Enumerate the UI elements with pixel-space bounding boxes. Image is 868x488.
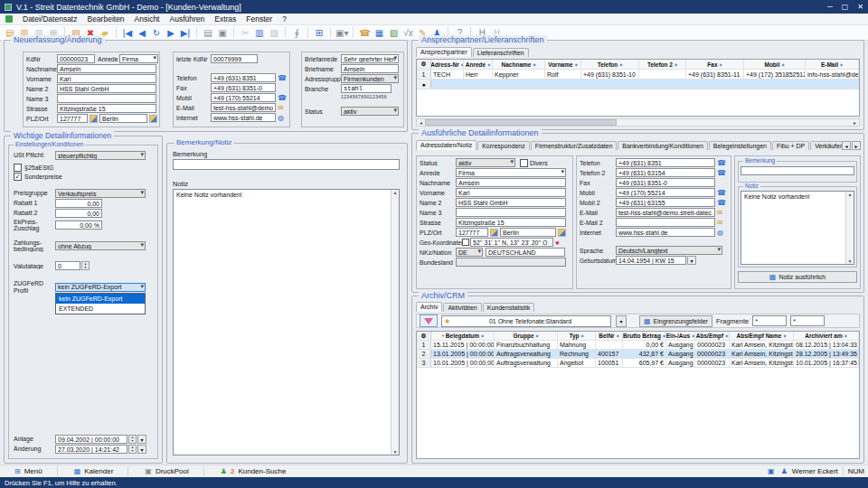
copy-icon[interactable]: ▥ — [253, 27, 266, 39]
col-anrede[interactable]: Anrede — [464, 60, 493, 69]
notiz-textarea[interactable]: Keine Notiz vorhanden! — [173, 189, 400, 455]
geo-checkbox[interactable] — [462, 239, 469, 246]
det-bemerkung-input[interactable] — [741, 166, 854, 175]
tab-bankverbindung[interactable]: Bankverbindung/Konditionen — [618, 141, 708, 150]
cut-icon[interactable]: ✂ — [239, 27, 251, 39]
minimize-button[interactable]: ─ — [827, 3, 833, 11]
contact-mobile-icon[interactable]: ☎ — [278, 94, 287, 102]
det-tel2-input[interactable] — [616, 168, 715, 177]
mail-icon[interactable]: ✉ — [278, 104, 284, 112]
aenderung-spinner[interactable]: ▴▾ — [128, 445, 137, 454]
menu-ansicht[interactable]: Ansicht — [135, 14, 160, 23]
det-strasse-input[interactable] — [456, 218, 566, 227]
ust-dropdown[interactable]: steuerpflichtig — [55, 151, 146, 160]
globe-icon[interactable]: ◍ — [278, 114, 284, 122]
aenderung-input[interactable] — [55, 445, 127, 454]
calendar-icon[interactable]: ▦ — [373, 27, 385, 39]
det-mobil2-input[interactable] — [616, 198, 715, 207]
ansprechpartner-hscrollbar[interactable]: ◂ ▸ — [416, 118, 860, 127]
menu-ausfuehren[interactable]: Ausführen — [169, 14, 204, 23]
refresh-icon[interactable]: ↻ — [150, 27, 163, 39]
scroll-right-icon[interactable]: ▸ — [851, 119, 859, 126]
det-name3-input[interactable] — [456, 208, 566, 217]
map-pin-icon[interactable]: ● — [555, 239, 560, 247]
tabs-scroll-left-icon[interactable]: ◂ — [842, 141, 851, 150]
col-vorname[interactable]: Vorname — [545, 60, 581, 69]
anlage-input[interactable] — [55, 435, 127, 444]
attachment-icon[interactable]: ∮ — [290, 27, 303, 39]
letzte-kdnr-input[interactable] — [211, 54, 258, 63]
print-icon[interactable]: ▣ — [216, 27, 229, 39]
rabatt1-input[interactable] — [55, 199, 102, 208]
det-plz-lookup-icon[interactable] — [490, 229, 498, 237]
filter-funnel-button[interactable] — [420, 314, 438, 327]
geburtsdatum-dropdown-button[interactable]: ▾ — [687, 256, 696, 265]
det-tel-contact-icon[interactable]: ☎ — [717, 159, 726, 167]
zugferd-option-2[interactable]: EXTENDED — [56, 304, 145, 314]
valutatage-spinner[interactable]: ▴▾ — [81, 261, 90, 270]
anlage-spinner[interactable]: ▴▾ — [128, 435, 137, 444]
col-absempf[interactable]: Abs/Empf — [695, 332, 730, 340]
phone-icon[interactable]: ☎ — [358, 27, 371, 39]
preisgruppe-dropdown[interactable]: Verkaufspreis — [55, 189, 146, 198]
det-notiz-scrollbar[interactable]: ▲▼ — [845, 192, 854, 264]
scroll-left-icon[interactable]: ◂ — [417, 119, 425, 126]
sonderpreise-checkbox[interactable]: ✓ — [14, 173, 22, 181]
print-preview-icon[interactable]: ▤ — [202, 27, 214, 39]
det-vorname-input[interactable] — [456, 188, 566, 197]
plz-input[interactable] — [57, 114, 88, 123]
det-notiz-textarea[interactable]: Keine Notiz vorhanden! — [741, 191, 854, 265]
notiz-ausfuehrlich-button[interactable]: ▦Notiz ausführlich — [738, 271, 857, 283]
menu-extras[interactable]: Extras — [214, 14, 236, 23]
branche-input[interactable] — [341, 84, 392, 93]
archiv-row-1[interactable]: 1 15.11.2015 | 00:00:00 Finanzbuchhaltun… — [417, 341, 859, 350]
col-email[interactable]: E-Mail — [806, 60, 859, 69]
col-belegdatum[interactable]: Belegdatum — [431, 332, 495, 340]
geo-input[interactable] — [470, 238, 553, 247]
previous-record-icon[interactable]: ◀ — [136, 27, 148, 39]
contact-phone-icon[interactable]: ☎ — [278, 74, 287, 82]
session-icon[interactable]: ▣ — [768, 467, 775, 475]
archiv-row-3[interactable]: 3 10.01.2005 | 00:00:00 Auftragsverwaltu… — [417, 359, 859, 368]
sprache-dropdown[interactable]: Deutsch/Langtext — [616, 246, 722, 255]
first-record-icon[interactable]: |◀ — [121, 27, 134, 39]
archiv-gear-icon[interactable]: ⚙ — [417, 332, 431, 340]
zugferd-option-1[interactable]: kein ZUGFeRD-Export — [56, 294, 145, 304]
vorname-input[interactable] — [57, 74, 156, 83]
col-adressnr[interactable]: Adress-Nr — [431, 60, 464, 69]
menu-fenster[interactable]: Fenster — [246, 14, 272, 23]
det-mail2-icon[interactable]: ✉ — [717, 219, 723, 227]
tab-korrespondenz[interactable]: Korrespondenz — [477, 141, 529, 150]
fax-input[interactable] — [211, 83, 276, 92]
print-options-icon[interactable]: ▣▾ — [335, 27, 348, 39]
taskbar-menu[interactable]: ⊞Menü — [4, 467, 52, 475]
notiz-scrollbar[interactable]: ▲▼ — [391, 190, 399, 455]
maximize-button[interactable]: ▢ — [842, 3, 849, 11]
det-nachname-input[interactable] — [456, 178, 566, 187]
divers-checkbox[interactable] — [520, 159, 528, 167]
col-telefon[interactable]: Telefon — [581, 60, 639, 69]
taskbar-kundensuche[interactable]: ♟2Kunden-Suche — [210, 467, 296, 475]
gear-icon[interactable]: ⚙ — [417, 60, 431, 69]
paste-icon[interactable]: ▨ — [268, 27, 280, 39]
col-telefon2[interactable]: Telefon 2 — [639, 60, 686, 69]
anrede-dropdown[interactable]: Firma — [119, 54, 158, 63]
aenderung-calendar-button[interactable]: ▾ — [137, 445, 146, 454]
eingrenzungsfelder-button[interactable]: ▦Eingrenzungsfelder — [639, 315, 712, 327]
valutatage-input[interactable] — [55, 261, 80, 270]
det-mobil-contact-icon[interactable]: ☎ — [717, 189, 726, 197]
det-ort-input[interactable] — [500, 228, 556, 237]
zahlungsbedingung-dropdown[interactable]: ohne Abzug — [55, 241, 146, 250]
menu-hilfe[interactable]: ? — [282, 14, 287, 23]
tab-ansprechpartner[interactable]: Ansprechpartner — [416, 47, 472, 57]
col-belnr[interactable]: BelNr — [596, 332, 623, 340]
tab-belegeinstellungen[interactable]: Belegeinstellungen — [709, 141, 771, 150]
det-mail-icon[interactable]: ✉ — [717, 209, 723, 217]
det-status-dropdown[interactable]: aktiv — [456, 158, 515, 167]
bemerkung-input[interactable] — [173, 159, 400, 170]
briefname-input[interactable] — [341, 64, 399, 73]
ort-input[interactable] — [99, 114, 147, 123]
name3-input[interactable] — [57, 94, 156, 103]
status-dropdown[interactable]: aktiv — [341, 107, 399, 116]
det-email2-input[interactable] — [616, 218, 715, 227]
